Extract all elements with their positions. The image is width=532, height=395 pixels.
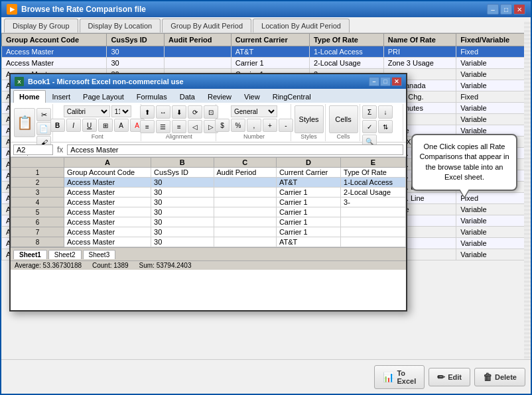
excel-cell[interactable] — [214, 237, 276, 247]
excel-cell[interactable]: Carrier 1 — [276, 188, 340, 198]
excel-cell[interactable]: Access Master — [64, 178, 151, 188]
paste-button[interactable]: 📋 — [14, 108, 35, 137]
excel-cell[interactable] — [341, 207, 406, 217]
excel-cell[interactable] — [341, 217, 406, 227]
excel-row[interactable]: 5Access Master30Carrier 1 — [11, 207, 406, 217]
sheet-tab-1[interactable]: Sheet1 — [13, 250, 47, 259]
excel-cell[interactable] — [341, 227, 406, 237]
excel-minimize-btn[interactable]: – — [369, 77, 379, 86]
italic-button[interactable]: I — [66, 119, 81, 132]
tab-location-by-audit-period[interactable]: Location By Audit Period — [253, 19, 350, 32]
border-button[interactable]: ⊞ — [98, 119, 113, 132]
excel-cell[interactable]: 3- — [341, 198, 406, 207]
ribbon-tab-view[interactable]: View — [238, 90, 266, 103]
align-middle-button[interactable]: ↔ — [156, 105, 170, 119]
to-excel-button[interactable]: 📊 ToExcel — [374, 365, 425, 389]
sort-button[interactable]: ⇅ — [378, 120, 393, 133]
excel-cell[interactable]: 1-Local Access — [341, 178, 406, 188]
ribbon-tab-data[interactable]: Data — [174, 90, 201, 103]
excel-row[interactable]: 4Access Master30Carrier 13- — [11, 198, 406, 207]
excel-col-header-b[interactable]: B — [151, 158, 214, 168]
excel-close-btn[interactable]: ✕ — [391, 77, 402, 86]
clear-button[interactable]: ✓ — [362, 120, 377, 133]
excel-row[interactable]: 7Access Master30Carrier 1 — [11, 227, 406, 237]
excel-cell[interactable] — [214, 227, 276, 237]
cell-reference-input[interactable] — [13, 144, 53, 155]
dec-dec-button[interactable]: - — [279, 119, 293, 132]
excel-cell[interactable]: Access Master — [64, 198, 151, 207]
excel-cell[interactable]: Carrier 1 — [276, 207, 340, 217]
align-center-button[interactable]: ☰ — [156, 120, 170, 133]
edit-button[interactable]: ✏ Edit — [429, 368, 470, 386]
tab-group-by-audit-period[interactable]: Group By Audit Period — [162, 19, 251, 32]
excel-cell[interactable]: Group Account Code — [64, 168, 151, 178]
excel-cell[interactable] — [214, 207, 276, 217]
excel-cell[interactable]: 30 — [151, 198, 214, 207]
excel-cell[interactable]: Audit Period — [214, 168, 276, 178]
excel-cell[interactable]: 30 — [151, 217, 214, 227]
underline-button[interactable]: U — [82, 119, 97, 132]
align-right-button[interactable]: ≡ — [172, 120, 186, 133]
excel-col-header-e[interactable]: E — [341, 158, 406, 168]
excel-cell[interactable] — [214, 217, 276, 227]
ribbon-tab-page-layout[interactable]: Page Layout — [77, 90, 130, 103]
excel-cell[interactable]: 30 — [151, 188, 214, 198]
font-size-select[interactable]: 11 — [111, 105, 131, 117]
cut-button[interactable]: ✂ — [36, 108, 51, 121]
table-row[interactable]: Access Master30AT&T1-Local AccessPRIFixe… — [2, 46, 531, 58]
excel-row[interactable]: 2Access Master30AT&T1-Local Access — [11, 178, 406, 188]
cells-button[interactable]: Cells — [329, 105, 358, 133]
fill-color-button[interactable]: A — [114, 119, 129, 132]
sum-button[interactable]: Σ — [362, 105, 377, 119]
excel-row[interactable]: 3Access Master30Carrier 12-Local Usage — [11, 188, 406, 198]
align-left-button[interactable]: ≡ — [140, 120, 155, 133]
excel-cell[interactable] — [214, 178, 276, 188]
excel-cell[interactable]: Carrier 1 — [276, 217, 340, 227]
percent-button[interactable]: % — [231, 119, 245, 132]
excel-cell[interactable]: 30 — [151, 207, 214, 217]
comma-button[interactable]: , — [247, 119, 261, 132]
excel-cell[interactable]: 30 — [151, 178, 214, 188]
excel-col-header-c[interactable]: C — [214, 158, 276, 168]
font-family-select[interactable]: Calibri — [64, 105, 110, 117]
tab-display-by-group[interactable]: Display By Group — [4, 19, 78, 32]
excel-col-header-d[interactable]: D — [276, 158, 340, 168]
excel-cell[interactable]: Current Carrier — [276, 168, 340, 178]
fill-button[interactable]: ↓ — [378, 105, 393, 119]
ribbon-tab-home[interactable]: Home — [13, 90, 46, 103]
styles-button[interactable]: Styles — [295, 105, 324, 133]
excel-cell[interactable]: 30 — [151, 227, 214, 237]
excel-cell[interactable] — [341, 237, 406, 247]
align-bottom-button[interactable]: ⬇ — [172, 105, 186, 119]
minimize-button[interactable]: – — [487, 4, 499, 15]
sheet-tab-2[interactable]: Sheet2 — [48, 250, 82, 259]
close-button[interactable]: ✕ — [513, 4, 525, 15]
bold-button[interactable]: B — [50, 119, 65, 132]
excel-cell[interactable]: Type Of Rate — [341, 168, 406, 178]
ribbon-tab-ringcentral[interactable]: RingCentral — [267, 90, 317, 103]
excel-row[interactable]: 8Access Master30AT&T — [11, 237, 406, 247]
ribbon-tab-insert[interactable]: Insert — [46, 90, 77, 103]
sheet-tab-3[interactable]: Sheet3 — [83, 250, 116, 259]
excel-cell[interactable] — [214, 188, 276, 198]
excel-cell[interactable]: AT&T — [276, 237, 340, 247]
excel-cell[interactable]: Carrier 1 — [276, 198, 340, 207]
tab-display-by-location[interactable]: Display By Location — [80, 19, 161, 32]
wrap-text-button[interactable]: ⟳ — [188, 105, 202, 119]
excel-cell[interactable]: 2-Local Usage — [341, 188, 406, 198]
excel-cell[interactable]: Access Master — [64, 217, 151, 227]
align-top-button[interactable]: ⬆ — [140, 105, 155, 119]
excel-row[interactable]: 6Access Master30Carrier 1 — [11, 217, 406, 227]
indent-dec-button[interactable]: ◁ — [188, 120, 202, 133]
excel-cell[interactable]: CusSys ID — [151, 168, 214, 178]
ribbon-tab-formulas[interactable]: Formulas — [131, 90, 173, 103]
formula-input[interactable] — [67, 144, 403, 155]
merge-button[interactable]: ⊡ — [204, 105, 218, 119]
excel-cell[interactable]: AT&T — [276, 178, 340, 188]
excel-cell[interactable]: 30 — [151, 237, 214, 247]
excel-cell[interactable]: Access Master — [64, 227, 151, 237]
table-row[interactable]: Access Master30Carrier 12-Local UsageZon… — [2, 58, 531, 69]
maximize-button[interactable]: □ — [500, 4, 512, 15]
dec-inc-button[interactable]: + — [263, 119, 277, 132]
excel-cell[interactable]: Access Master — [64, 207, 151, 217]
